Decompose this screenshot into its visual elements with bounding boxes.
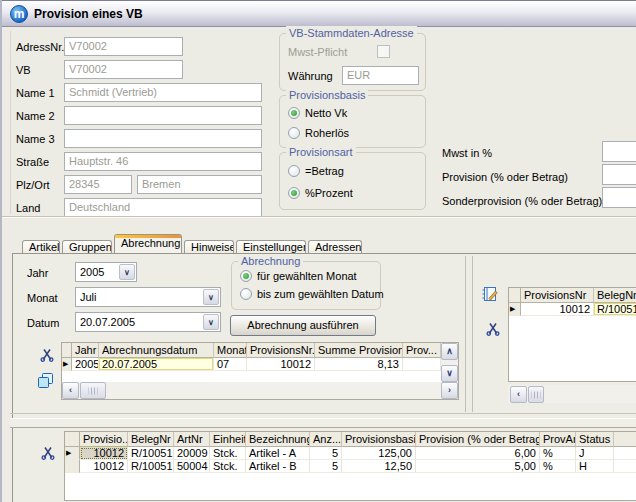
- provision-field[interactable]: [602, 164, 636, 185]
- radio-netto-vk[interactable]: Netto Vk: [288, 107, 347, 119]
- name3-field[interactable]: [64, 129, 262, 148]
- cell-belegnr[interactable]: R/10051: [128, 460, 174, 473]
- cell-provart[interactable]: %: [540, 460, 576, 473]
- scrollbar-thumb[interactable]: [80, 382, 106, 399]
- cell-provisionsnr[interactable]: 10012: [247, 358, 315, 371]
- column-header[interactable]: BelegNr: [594, 288, 636, 303]
- column-header[interactable]: Monat: [214, 343, 247, 358]
- column-header[interactable]: Abrechnungsdatum: [99, 343, 214, 358]
- cell-anzahl[interactable]: 5: [310, 460, 342, 473]
- copy-icon[interactable]: [37, 372, 54, 389]
- panel-splitter[interactable]: [465, 256, 466, 412]
- tab-artikel[interactable]: Artikel: [22, 240, 60, 254]
- datum-label: Datum: [27, 314, 59, 332]
- cell-provisionsbasis[interactable]: 12,50: [342, 460, 416, 473]
- radio-prozent[interactable]: %Prozent: [288, 187, 353, 199]
- radio-label: bis zum gewählten Datum: [257, 288, 384, 300]
- cell-artnr[interactable]: 50004: [174, 460, 210, 473]
- tab-abrechnung[interactable]: Abrechnung: [114, 234, 182, 253]
- radio-fuer-gewaehlten-monat[interactable]: für gewählten Monat: [240, 270, 357, 282]
- radio-icon: [288, 187, 300, 199]
- cell-einheit[interactable]: Stck.: [210, 460, 246, 473]
- scroll-left-icon[interactable]: ‹: [62, 382, 79, 399]
- column-header[interactable]: ProvArt: [540, 432, 576, 447]
- radio-bis-zum-datum[interactable]: bis zum gewählten Datum: [240, 288, 384, 300]
- chevron-down-icon[interactable]: ∨: [203, 289, 219, 305]
- cell-bezeichnung[interactable]: Artikel - A: [246, 447, 310, 460]
- cell-prov[interactable]: [403, 358, 441, 371]
- scroll-up-icon[interactable]: ∧: [441, 343, 458, 360]
- cell-bezeichnung[interactable]: Artikel - B: [246, 460, 310, 473]
- cell-status[interactable]: J: [576, 447, 614, 460]
- chevron-down-icon[interactable]: ∨: [119, 264, 135, 280]
- abrechnung-ausfuehren-button[interactable]: Abrechnung ausführen: [230, 315, 376, 336]
- column-header[interactable]: Status: [576, 432, 614, 447]
- row-selector[interactable]: [65, 460, 80, 473]
- column-header[interactable]: ProvisionsNr.: [247, 343, 315, 358]
- cut-icon[interactable]: [39, 346, 55, 362]
- cell-monat[interactable]: 07: [214, 358, 247, 371]
- panel-splitter[interactable]: [472, 256, 473, 412]
- cell-jahr[interactable]: 2005: [72, 358, 99, 371]
- table-row[interactable]: ▶ 10012 R/10051 20009 Stck. Artikel - A …: [65, 447, 636, 460]
- scroll-left-icon[interactable]: ‹: [510, 386, 527, 403]
- edit-record-icon[interactable]: [481, 285, 499, 303]
- radio-betrag[interactable]: =Betrag: [288, 165, 344, 177]
- mwst-in-prozent-field[interactable]: [602, 141, 636, 162]
- positionen-table-header: Provisio... BelegNr ArtNr Einheit Bezeic…: [65, 432, 636, 447]
- jahr-combobox[interactable]: 2005 ∨: [75, 262, 137, 282]
- name2-label: Name 2: [16, 107, 55, 125]
- column-header[interactable]: Summe Provision: [315, 343, 403, 358]
- scroll-down-icon[interactable]: ∨: [441, 365, 458, 382]
- column-header[interactable]: Einheit: [210, 432, 246, 447]
- horizontal-scrollbar[interactable]: [62, 382, 458, 399]
- cell-einheit[interactable]: Stck.: [210, 447, 246, 460]
- column-header[interactable]: Anz...: [310, 432, 342, 447]
- cell-status[interactable]: H: [576, 460, 614, 473]
- column-header[interactable]: Provisionsbasis: [342, 432, 416, 447]
- cell-belegnr[interactable]: R/10051: [128, 447, 174, 460]
- table-row[interactable]: ▶ 2005 20.07.2005 07 10012 8,13: [62, 358, 458, 371]
- cell-provisionsnr[interactable]: 10012: [80, 447, 128, 460]
- cell-anzahl[interactable]: 5: [310, 447, 342, 460]
- radio-label: Netto Vk: [305, 107, 347, 119]
- column-header[interactable]: ArtNr: [174, 432, 210, 447]
- tab-einstellungen[interactable]: Einstellungen: [236, 240, 306, 254]
- cell-provision[interactable]: 6,00: [416, 447, 540, 460]
- cell-provart[interactable]: %: [540, 447, 576, 460]
- row-selector-header: [509, 288, 521, 303]
- cell-provisionsnr[interactable]: 10012: [80, 460, 128, 473]
- cell-provisionsnr[interactable]: 10012: [521, 303, 594, 316]
- tab-hinweise[interactable]: Hinweise: [184, 240, 234, 254]
- cell-summe-provision[interactable]: 8,13: [315, 358, 403, 371]
- cell-abrechnungsdatum[interactable]: 20.07.2005: [99, 358, 214, 371]
- chevron-down-icon[interactable]: ∨: [203, 314, 219, 330]
- datum-combobox[interactable]: 20.07.2005 ∨: [75, 312, 221, 332]
- tab-adressen[interactable]: Adressen: [308, 240, 362, 254]
- radio-roherloes[interactable]: Roherlös: [288, 127, 349, 139]
- column-header[interactable]: Jahr: [72, 343, 99, 358]
- cut-icon[interactable]: [485, 320, 501, 336]
- column-header[interactable]: Prov...: [403, 343, 441, 358]
- cell-provision[interactable]: 5,00: [416, 460, 540, 473]
- sonderprovision-field[interactable]: [602, 187, 636, 208]
- monat-combobox[interactable]: Juli ∨: [75, 287, 221, 307]
- table-row[interactable]: 10012 R/10051 50004 Stck. Artikel - B 5 …: [65, 460, 636, 473]
- cell-artnr[interactable]: 20009: [174, 447, 210, 460]
- cut-icon[interactable]: [40, 444, 56, 460]
- column-header[interactable]: Provision (% oder Betrag): [416, 432, 540, 447]
- cell-provisionsbasis[interactable]: 125,00: [342, 447, 416, 460]
- cell-filler: [614, 460, 636, 473]
- scrollbar-thumb[interactable]: [528, 386, 544, 403]
- waehrung-label: Währung: [288, 67, 333, 85]
- table-row[interactable]: ▶ 10012 R/10051: [509, 303, 636, 316]
- cell-belegnr[interactable]: R/10051: [594, 303, 636, 316]
- column-header[interactable]: ProvisionsNr: [521, 288, 594, 303]
- name2-field[interactable]: [64, 106, 262, 125]
- tab-gruppen[interactable]: Gruppen: [62, 240, 112, 254]
- column-header[interactable]: Bezeichnung: [246, 432, 310, 447]
- horizontal-splitter[interactable]: [10, 418, 636, 428]
- column-header[interactable]: Provisio...: [80, 432, 128, 447]
- column-header[interactable]: BelegNr: [128, 432, 174, 447]
- scroll-right-icon[interactable]: ›: [441, 382, 458, 399]
